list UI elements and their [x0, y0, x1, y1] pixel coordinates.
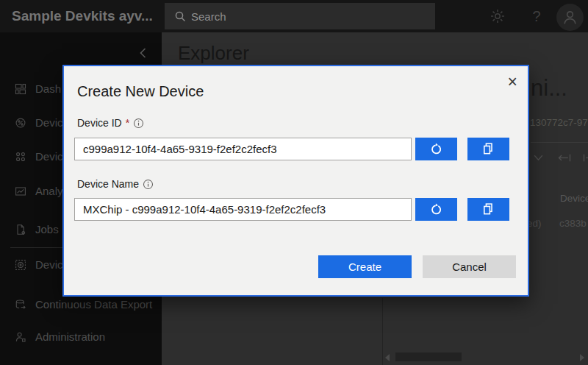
close-icon[interactable]: ×: [508, 74, 517, 91]
topbar: Sample Devkits ayv... ?: [0, 0, 588, 32]
detail-divider: [531, 142, 588, 143]
scrollbar-right-arrow[interactable]: [580, 354, 584, 361]
info-icon[interactable]: [133, 118, 144, 129]
create-device-modal: × Create New Device Device ID *: [62, 65, 529, 297]
app-screen: Sample Devkits ayv... ?: [0, 0, 588, 365]
data-export-icon: [15, 299, 26, 311]
sidebar-item-label: Administration: [35, 327, 105, 347]
arrow-left-bar-icon: [557, 152, 572, 163]
settings-button[interactable]: [489, 7, 506, 25]
copy-icon: [481, 202, 495, 216]
sidebar-item-label: Devic: [35, 113, 63, 132]
dashboard-icon: [15, 83, 26, 95]
sidebar-item-label: Devic: [35, 255, 63, 274]
scrollbar-left-arrow[interactable]: [385, 354, 390, 361]
sidebar-item-label: Devic: [35, 147, 63, 166]
user-avatar[interactable]: [556, 4, 584, 31]
horizontal-scrollbar-thumb[interactable]: [395, 352, 462, 361]
regenerate-device-id-button[interactable]: [415, 138, 457, 160]
jobs-icon: [15, 224, 26, 235]
analytics-icon: [15, 185, 26, 197]
chevron-left-icon: [138, 47, 148, 59]
device-id-label-row: Device ID *: [77, 117, 144, 129]
cancel-button[interactable]: Cancel: [423, 255, 516, 278]
copy-device-id-button[interactable]: [467, 138, 509, 160]
sidebar-item-label: Dash: [35, 79, 61, 99]
device-name-input[interactable]: [74, 198, 412, 221]
app-title: Sample Devkits ayv...: [12, 0, 153, 32]
refresh-icon: [429, 202, 443, 216]
device-name-label-row: Device Name: [77, 178, 154, 190]
bar-arrow-right-icon: [582, 152, 588, 163]
info-icon[interactable]: [143, 179, 154, 190]
chevron-down-icon: [533, 152, 544, 163]
device-id-label: Device ID: [77, 117, 122, 129]
sidebar-item-label: Analy: [35, 182, 63, 201]
device-templates-icon: [15, 259, 26, 271]
gear-icon: [489, 7, 506, 25]
search-box[interactable]: [165, 3, 435, 29]
collapse-panel-button[interactable]: [557, 152, 572, 166]
sidebar-collapse-button[interactable]: [138, 47, 150, 59]
copy-icon: [481, 142, 495, 156]
dropdown-toggle[interactable]: [533, 152, 544, 166]
table-column-header: Device: [560, 193, 588, 204]
regenerate-device-name-button[interactable]: [415, 198, 457, 221]
device-name-label: Device Name: [77, 178, 139, 190]
expand-panel-button[interactable]: [582, 152, 588, 166]
search-input[interactable]: [191, 3, 426, 29]
create-button[interactable]: Create: [318, 255, 412, 278]
sidebar-item-label: Jobs: [35, 220, 59, 239]
device-detail-title: ni...: [531, 75, 567, 102]
person-icon: [562, 9, 578, 26]
device-detail-id: 130772c7-97: [530, 117, 588, 128]
help-button[interactable]: ?: [529, 7, 544, 25]
refresh-icon: [429, 142, 443, 156]
administration-icon: [15, 331, 26, 343]
panel-divider: [382, 298, 383, 365]
device-id-input[interactable]: [74, 138, 412, 160]
question-icon: ?: [532, 8, 540, 24]
required-asterisk: *: [126, 117, 129, 129]
modal-title: Create New Device: [77, 83, 204, 100]
copy-device-name-button[interactable]: [467, 198, 509, 221]
search-icon: [174, 10, 187, 23]
sidebar-item-label: Continuous Data Export: [35, 295, 152, 314]
table-row-device-id: c383b: [559, 218, 587, 229]
device-sets-icon: [15, 151, 26, 163]
device-explorer-icon: [15, 117, 26, 129]
sidebar-item-continuous-data-export[interactable]: Continuous Data Export: [0, 295, 162, 314]
page-title: Explorer: [178, 42, 249, 65]
sidebar-item-administration[interactable]: Administration: [0, 327, 162, 347]
